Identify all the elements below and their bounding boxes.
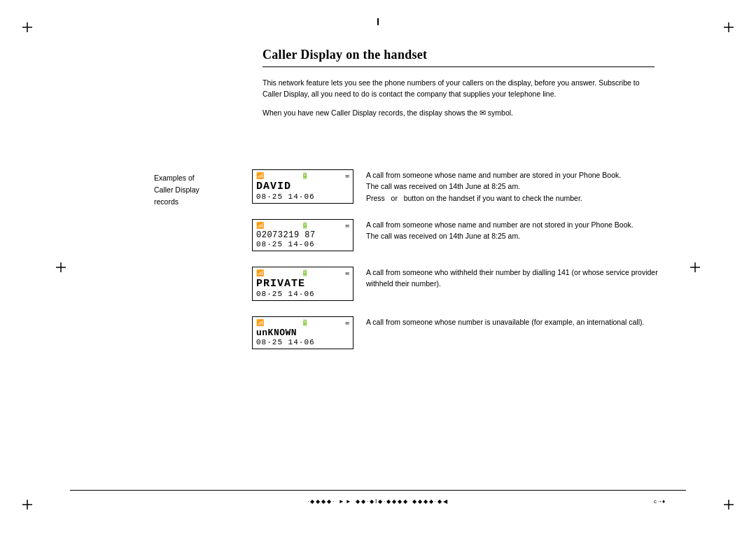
example-row-1: 📶 🔋 ✉ DAVID 08·25 14·06 A call from some… bbox=[252, 169, 672, 204]
caller-name-3: PRIVATE bbox=[256, 278, 349, 290]
envelope-icon-4: ✉ bbox=[346, 319, 349, 327]
time-1: 08·25 14·06 bbox=[256, 192, 349, 201]
antenna-icon-1: 📶 bbox=[256, 172, 264, 180]
examples-label: Examples of Caller Display records bbox=[154, 172, 245, 207]
mid-right-cross bbox=[690, 262, 700, 274]
battery-icon-1: 🔋 bbox=[301, 172, 309, 180]
desc-4: A call from someone whose number is unav… bbox=[366, 316, 672, 328]
status-row-3: 📶 🔋 ✉ bbox=[256, 269, 349, 277]
mid-left-cross bbox=[56, 262, 66, 274]
desc-1: A call from someone whose name and numbe… bbox=[366, 169, 672, 204]
display-box-2: 📶 🔋 ✉ 02073219 87 08·25 14-06 bbox=[252, 219, 354, 251]
examples-label-line1: Examples of bbox=[154, 172, 245, 184]
examples-label-line3: records bbox=[154, 196, 245, 208]
caller-name-1: DAVID bbox=[256, 181, 349, 192]
status-row-4: 📶 🔋 ✉ bbox=[256, 319, 349, 327]
page: ·◆◆◆◆· ►► ◆◆·◆Ⅰ◆·◆◆◆◆ ◆◆◆◆·◆◀ c→♦ Caller… bbox=[0, 0, 756, 534]
display-box-3: 📶 🔋 ✉ PRIVATE 08·25 14·06 bbox=[252, 267, 354, 301]
caller-name-4: unKNOWN bbox=[256, 328, 349, 338]
desc-3: A call from someone who withheld their n… bbox=[366, 267, 672, 290]
battery-icon-2: 🔋 bbox=[301, 222, 309, 230]
status-row-2: 📶 🔋 ✉ bbox=[256, 222, 349, 230]
examples-section: Examples of Caller Display records 📶 🔋 ✉… bbox=[154, 169, 672, 365]
envelope-icon-1: ✉ bbox=[346, 172, 349, 180]
bottom-text: ·◆◆◆◆· ►► ◆◆·◆Ⅰ◆·◆◆◆◆ ◆◆◆◆·◆◀ bbox=[0, 498, 756, 505]
corner-mark-tl bbox=[22, 22, 32, 34]
example-row-3: 📶 🔋 ✉ PRIVATE 08·25 14·06 A call from so… bbox=[252, 267, 672, 301]
antenna-icon-4: 📶 bbox=[256, 319, 264, 327]
display-box-1: 📶 🔋 ✉ DAVID 08·25 14·06 bbox=[252, 169, 354, 204]
display-box-4: 📶 🔋 ✉ unKNOWN 08·25 14·06 bbox=[252, 316, 354, 349]
time-4: 08·25 14·06 bbox=[256, 338, 349, 346]
example-row-4: 📶 🔋 ✉ unKNOWN 08·25 14·06 A call from so… bbox=[252, 316, 672, 349]
time-3: 08·25 14·06 bbox=[256, 290, 349, 298]
main-content: Caller Display on the handset This netwo… bbox=[262, 48, 654, 119]
page-title: Caller Display on the handset bbox=[262, 48, 654, 67]
envelope-icon-2: ✉ bbox=[346, 222, 349, 230]
page-number: c→♦ bbox=[654, 498, 665, 505]
antenna-icon-2: 📶 bbox=[256, 222, 264, 230]
battery-icon-3: 🔋 bbox=[301, 269, 309, 277]
battery-icon-4: 🔋 bbox=[301, 319, 309, 327]
envelope-icon-3: ✉ bbox=[346, 269, 349, 277]
status-row-1: 📶 🔋 ✉ bbox=[256, 172, 349, 180]
intro-para1: This network feature lets you see the ph… bbox=[262, 77, 654, 100]
antenna-icon-3: 📶 bbox=[256, 269, 264, 277]
intro-para2: When you have new Caller Display records… bbox=[262, 107, 654, 119]
top-tick bbox=[377, 18, 379, 25]
bottom-rule bbox=[70, 490, 686, 491]
time-2: 08·25 14-06 bbox=[256, 240, 349, 248]
corner-mark-tr bbox=[724, 22, 734, 34]
caller-number-2: 02073219 87 bbox=[256, 230, 349, 240]
desc-2: A call from someone whose name and numbe… bbox=[366, 219, 672, 242]
example-row-2: 📶 🔋 ✉ 02073219 87 08·25 14-06 A call fro… bbox=[252, 219, 672, 251]
examples-label-line2: Caller Display bbox=[154, 184, 245, 196]
